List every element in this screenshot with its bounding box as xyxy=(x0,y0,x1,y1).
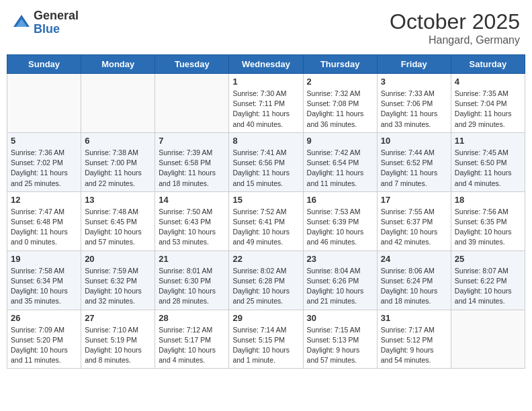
weekday-header: Monday xyxy=(81,55,155,74)
day-info: Sunrise: 7:56 AM Sunset: 6:35 PM Dayligh… xyxy=(455,207,521,248)
day-number: 20 xyxy=(85,254,151,264)
calendar-cell: 27Sunrise: 7:10 AM Sunset: 5:19 PM Dayli… xyxy=(81,310,155,369)
day-number: 7 xyxy=(159,136,225,146)
calendar-cell: 30Sunrise: 7:15 AM Sunset: 5:13 PM Dayli… xyxy=(303,310,377,369)
calendar-cell: 2Sunrise: 7:32 AM Sunset: 7:08 PM Daylig… xyxy=(303,74,377,133)
calendar-cell xyxy=(81,74,155,133)
calendar-table: SundayMondayTuesdayWednesdayThursdayFrid… xyxy=(7,54,525,369)
calendar-cell: 13Sunrise: 7:48 AM Sunset: 6:45 PM Dayli… xyxy=(81,191,155,250)
day-number: 31 xyxy=(381,313,447,323)
calendar-cell: 12Sunrise: 7:47 AM Sunset: 6:48 PM Dayli… xyxy=(7,191,81,250)
day-info: Sunrise: 7:48 AM Sunset: 6:45 PM Dayligh… xyxy=(85,207,151,248)
calendar-cell: 18Sunrise: 7:56 AM Sunset: 6:35 PM Dayli… xyxy=(451,191,525,250)
day-info: Sunrise: 7:52 AM Sunset: 6:41 PM Dayligh… xyxy=(232,207,299,248)
weekday-header-row: SundayMondayTuesdayWednesdayThursdayFrid… xyxy=(7,55,525,74)
day-info: Sunrise: 7:50 AM Sunset: 6:43 PM Dayligh… xyxy=(159,207,225,248)
day-info: Sunrise: 7:32 AM Sunset: 7:08 PM Dayligh… xyxy=(307,89,373,130)
calendar-cell: 1Sunrise: 7:30 AM Sunset: 7:11 PM Daylig… xyxy=(229,74,303,133)
calendar-cell: 3Sunrise: 7:33 AM Sunset: 7:06 PM Daylig… xyxy=(377,74,451,133)
calendar-cell: 28Sunrise: 7:12 AM Sunset: 5:17 PM Dayli… xyxy=(155,310,229,369)
calendar-cell: 19Sunrise: 7:58 AM Sunset: 6:34 PM Dayli… xyxy=(7,250,81,310)
day-number: 13 xyxy=(85,195,151,205)
day-info: Sunrise: 7:10 AM Sunset: 5:19 PM Dayligh… xyxy=(85,325,151,366)
day-number: 6 xyxy=(85,136,151,146)
logo-general: General xyxy=(34,9,79,23)
day-number: 12 xyxy=(11,195,77,205)
calendar-week-row: 19Sunrise: 7:58 AM Sunset: 6:34 PM Dayli… xyxy=(7,250,525,310)
weekday-header: Thursday xyxy=(303,55,377,74)
day-number: 19 xyxy=(11,254,77,264)
day-number: 29 xyxy=(232,313,299,323)
calendar-week-row: 1Sunrise: 7:30 AM Sunset: 7:11 PM Daylig… xyxy=(7,74,525,133)
day-number: 10 xyxy=(381,136,447,146)
calendar-week-row: 5Sunrise: 7:36 AM Sunset: 7:02 PM Daylig… xyxy=(7,132,525,191)
day-info: Sunrise: 7:42 AM Sunset: 6:54 PM Dayligh… xyxy=(307,148,373,189)
day-info: Sunrise: 7:12 AM Sunset: 5:17 PM Dayligh… xyxy=(159,325,225,366)
weekday-header: Sunday xyxy=(7,55,81,74)
day-info: Sunrise: 7:53 AM Sunset: 6:39 PM Dayligh… xyxy=(307,207,373,248)
calendar-cell: 7Sunrise: 7:39 AM Sunset: 6:58 PM Daylig… xyxy=(155,132,229,191)
page-header: General Blue October 2025 Hangard, Germa… xyxy=(7,7,525,49)
day-info: Sunrise: 7:38 AM Sunset: 7:00 PM Dayligh… xyxy=(85,148,151,189)
day-number: 15 xyxy=(232,195,299,205)
day-number: 8 xyxy=(232,136,299,146)
calendar-cell: 23Sunrise: 8:04 AM Sunset: 6:26 PM Dayli… xyxy=(303,250,377,310)
day-info: Sunrise: 7:35 AM Sunset: 7:04 PM Dayligh… xyxy=(455,89,521,130)
weekday-header: Tuesday xyxy=(155,55,229,74)
calendar-week-row: 12Sunrise: 7:47 AM Sunset: 6:48 PM Dayli… xyxy=(7,191,525,250)
calendar-cell: 21Sunrise: 8:01 AM Sunset: 6:30 PM Dayli… xyxy=(155,250,229,310)
day-number: 28 xyxy=(159,313,225,323)
calendar-cell: 25Sunrise: 8:07 AM Sunset: 6:22 PM Dayli… xyxy=(451,250,525,310)
day-number: 27 xyxy=(85,313,151,323)
day-number: 25 xyxy=(455,254,521,264)
weekday-header: Friday xyxy=(377,55,451,74)
day-info: Sunrise: 7:09 AM Sunset: 5:20 PM Dayligh… xyxy=(11,325,77,366)
calendar-cell xyxy=(7,74,81,133)
day-info: Sunrise: 7:47 AM Sunset: 6:48 PM Dayligh… xyxy=(11,207,77,248)
calendar-cell: 29Sunrise: 7:14 AM Sunset: 5:15 PM Dayli… xyxy=(229,310,303,369)
day-info: Sunrise: 7:15 AM Sunset: 5:13 PM Dayligh… xyxy=(307,325,373,366)
calendar-cell: 31Sunrise: 7:17 AM Sunset: 5:12 PM Dayli… xyxy=(377,310,451,369)
day-info: Sunrise: 7:30 AM Sunset: 7:11 PM Dayligh… xyxy=(232,89,299,130)
day-number: 18 xyxy=(455,195,521,205)
calendar-cell: 26Sunrise: 7:09 AM Sunset: 5:20 PM Dayli… xyxy=(7,310,81,369)
calendar-cell: 11Sunrise: 7:45 AM Sunset: 6:50 PM Dayli… xyxy=(451,132,525,191)
day-number: 9 xyxy=(307,136,373,146)
day-info: Sunrise: 7:39 AM Sunset: 6:58 PM Dayligh… xyxy=(159,148,225,189)
day-info: Sunrise: 8:01 AM Sunset: 6:30 PM Dayligh… xyxy=(159,266,225,307)
day-info: Sunrise: 7:36 AM Sunset: 7:02 PM Dayligh… xyxy=(11,148,77,189)
day-number: 30 xyxy=(307,313,373,323)
calendar-cell: 6Sunrise: 7:38 AM Sunset: 7:00 PM Daylig… xyxy=(81,132,155,191)
calendar-cell: 5Sunrise: 7:36 AM Sunset: 7:02 PM Daylig… xyxy=(7,132,81,191)
day-number: 11 xyxy=(455,136,521,146)
calendar-cell: 10Sunrise: 7:44 AM Sunset: 6:52 PM Dayli… xyxy=(377,132,451,191)
logo-icon xyxy=(12,13,31,32)
day-number: 5 xyxy=(11,136,77,146)
day-info: Sunrise: 7:45 AM Sunset: 6:50 PM Dayligh… xyxy=(455,148,521,189)
calendar-cell xyxy=(451,310,525,369)
day-number: 3 xyxy=(381,77,447,87)
day-info: Sunrise: 7:33 AM Sunset: 7:06 PM Dayligh… xyxy=(381,89,447,130)
day-number: 2 xyxy=(307,77,373,87)
calendar-cell: 8Sunrise: 7:41 AM Sunset: 6:56 PM Daylig… xyxy=(229,132,303,191)
calendar-cell: 9Sunrise: 7:42 AM Sunset: 6:54 PM Daylig… xyxy=(303,132,377,191)
calendar-cell: 20Sunrise: 7:59 AM Sunset: 6:32 PM Dayli… xyxy=(81,250,155,310)
day-number: 22 xyxy=(232,254,299,264)
day-number: 26 xyxy=(11,313,77,323)
calendar-cell: 16Sunrise: 7:53 AM Sunset: 6:39 PM Dayli… xyxy=(303,191,377,250)
calendar-cell xyxy=(155,74,229,133)
day-info: Sunrise: 8:02 AM Sunset: 6:28 PM Dayligh… xyxy=(232,266,299,307)
day-number: 23 xyxy=(307,254,373,264)
weekday-header: Saturday xyxy=(451,55,525,74)
logo-blue: Blue xyxy=(34,23,79,36)
weekday-header: Wednesday xyxy=(229,55,303,74)
location: Hangard, Germany xyxy=(390,34,520,46)
day-info: Sunrise: 7:58 AM Sunset: 6:34 PM Dayligh… xyxy=(11,266,77,307)
day-number: 21 xyxy=(159,254,225,264)
day-info: Sunrise: 7:59 AM Sunset: 6:32 PM Dayligh… xyxy=(85,266,151,307)
title-block: October 2025 Hangard, Germany xyxy=(390,9,520,46)
logo-text: General Blue xyxy=(34,9,79,36)
day-number: 14 xyxy=(159,195,225,205)
calendar-cell: 22Sunrise: 8:02 AM Sunset: 6:28 PM Dayli… xyxy=(229,250,303,310)
logo: General Blue xyxy=(12,9,79,36)
